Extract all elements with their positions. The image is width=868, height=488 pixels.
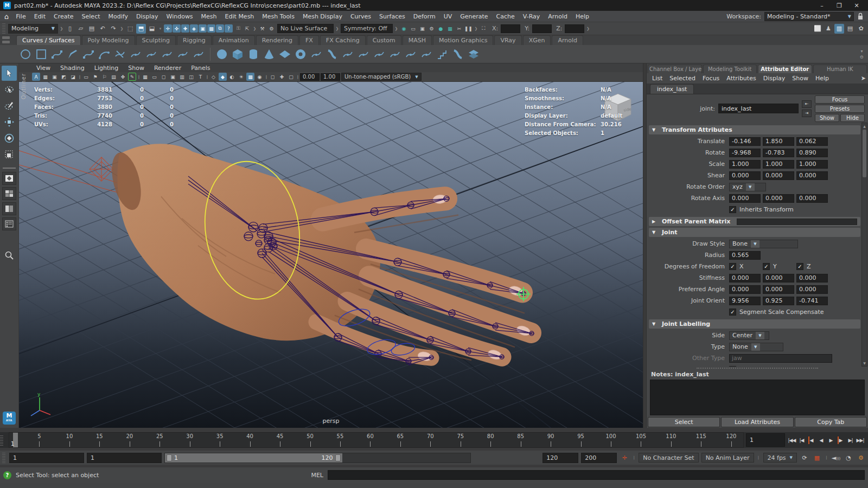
shelf-tab-xgen[interactable]: XGen <box>523 35 551 45</box>
menu-mesh-tools[interactable]: Mesh Tools <box>258 12 298 21</box>
shelf-tab-rendering[interactable]: Rendering <box>256 35 298 45</box>
select-hierarchy-icon[interactable]: ⬚ <box>125 24 135 34</box>
ae-menu-attributes[interactable]: Attributes <box>723 74 759 82</box>
range-slider-thumb[interactable]: 1 120 <box>165 453 342 463</box>
attr-input[interactable]: 0.890 <box>796 149 828 157</box>
notes-textarea[interactable] <box>650 380 865 415</box>
select-object-icon[interactable]: ⬒ <box>136 24 146 34</box>
redo-icon[interactable]: ↷ <box>108 24 118 34</box>
grid-icon[interactable]: ▦ <box>141 73 149 81</box>
nurbs-circle-icon[interactable] <box>18 47 33 61</box>
audio-icon[interactable]: ◄))) <box>831 454 841 461</box>
next-key-button[interactable]: ▶ <box>836 434 845 446</box>
checkbox[interactable]: ✓ <box>729 206 736 213</box>
sphere-icon[interactable] <box>215 47 229 61</box>
snap-release-icon[interactable]: ? <box>225 24 233 33</box>
view-transform-select[interactable]: Un-tone-mapped (sRGB)▼ <box>341 73 422 81</box>
add-points-icon[interactable] <box>160 47 174 61</box>
shelf-tab-mash[interactable]: MASH <box>403 35 432 45</box>
attr-input[interactable]: 1.000 <box>729 160 761 169</box>
prev-key-button[interactable]: ◀ <box>807 434 816 446</box>
camera-attrs-icon[interactable]: ▭ <box>82 73 90 81</box>
character-set-select[interactable]: No Character Set <box>639 453 698 463</box>
humanik-toggle-icon[interactable]: ♟ <box>824 24 833 34</box>
ae-menu-focus[interactable]: Focus <box>699 74 723 82</box>
snap-point-icon[interactable]: ✚ <box>181 24 189 33</box>
menu-v-ray[interactable]: V-Ray <box>519 12 544 21</box>
snap-brush-icon[interactable]: ✎ <box>128 73 136 81</box>
ae-menu-show[interactable]: Show <box>789 74 812 82</box>
gamma-field[interactable]: 1.00 <box>321 73 340 81</box>
shelf-tab-animation[interactable]: Animation <box>213 35 255 45</box>
menu-surfaces[interactable]: Surfaces <box>375 12 409 21</box>
attr-input[interactable]: 0.925 <box>763 297 794 305</box>
revolve-icon[interactable] <box>309 47 323 61</box>
bookmark-icon[interactable]: ⚑ <box>91 73 99 81</box>
outliner-vertical-label[interactable]: Outliner <box>21 73 27 99</box>
home-icon[interactable]: ⌂ <box>4 12 9 21</box>
snap-curve-icon[interactable]: ✜ <box>173 24 181 33</box>
shaded-icon[interactable]: ◆ <box>219 73 227 81</box>
tab-modeling-toolkit[interactable]: Modeling Toolkit <box>703 65 757 73</box>
renderer-a-icon[interactable]: A <box>32 73 40 81</box>
attr-dropdown[interactable]: None▼ <box>729 343 783 351</box>
birail-icon[interactable] <box>372 47 386 61</box>
node-tab[interactable]: index_last <box>650 84 694 94</box>
menu-curves[interactable]: Curves <box>347 12 375 21</box>
bookmark2-icon[interactable]: ⚐ <box>100 73 108 81</box>
viewport-menu-show[interactable]: Show <box>124 64 149 72</box>
attr-input[interactable]: 1.000 <box>796 160 828 169</box>
range-start-handle[interactable] <box>167 454 172 461</box>
mel-command-input[interactable] <box>328 470 865 480</box>
menu-file[interactable]: File <box>12 12 29 21</box>
panel-splitter[interactable] <box>643 63 647 428</box>
shelf-tab-sculpting[interactable]: Sculpting <box>136 35 176 45</box>
open-scene-icon[interactable]: ▱ <box>76 24 86 34</box>
single-perspective-toggle-icon[interactable]: ⬜ <box>813 24 822 34</box>
shelf-tab-fx[interactable]: FX <box>299 35 319 45</box>
attr-dropdown[interactable]: Center▼ <box>729 331 769 340</box>
tab-attribute-editor[interactable]: Attribute Editor <box>758 65 812 73</box>
bevel-plus-icon[interactable] <box>419 47 433 61</box>
time-slider-grip[interactable] <box>0 434 3 445</box>
channel-box-toggle-icon[interactable]: ▥ <box>834 24 844 34</box>
cv-curve-icon[interactable] <box>50 47 64 61</box>
attr-input[interactable]: -0.741 <box>796 297 828 305</box>
nurbs-square-icon[interactable] <box>34 47 48 61</box>
snap-grid-icon[interactable]: ✛ <box>164 24 172 33</box>
ipr-render-icon[interactable]: ▣ <box>418 24 426 33</box>
rotate-tool[interactable] <box>2 131 17 146</box>
curve-fillet-icon[interactable] <box>129 47 143 61</box>
ep-curve-icon[interactable] <box>81 47 95 61</box>
section-joint[interactable]: ▼Joint <box>649 228 860 237</box>
menu-select[interactable]: Select <box>78 12 104 21</box>
presets-button[interactable]: Presets <box>815 105 865 113</box>
attr-input[interactable]: 0.565 <box>729 251 761 260</box>
texture-view-icon[interactable]: ▦ <box>41 73 49 81</box>
attr-input[interactable]: 0.000 <box>796 194 828 203</box>
attr-dropdown[interactable]: Bone▼ <box>729 240 798 248</box>
anim-layer-select[interactable]: No Anim Layer <box>701 453 754 463</box>
shelf-tab-arnold[interactable]: Arnold <box>552 35 583 45</box>
ae-menu-selected[interactable]: Selected <box>666 74 699 82</box>
playback-end-field[interactable]: 120 <box>542 453 578 463</box>
status-line-grip[interactable] <box>2 23 5 33</box>
lasso-tool[interactable] <box>2 82 17 97</box>
node-name-field[interactable]: index_last <box>718 104 799 113</box>
viewport-menu-shading[interactable]: Shading <box>56 64 89 72</box>
wireframe-icon[interactable]: ◇ <box>209 73 218 81</box>
layers-icon[interactable] <box>467 47 481 61</box>
section-transform-attributes[interactable]: ▼Transform Attributes <box>649 125 860 134</box>
matrix-field[interactable] <box>737 219 857 225</box>
bevel-icon[interactable] <box>404 47 418 61</box>
attr-input[interactable]: jaw <box>729 354 832 363</box>
extend-curve-icon[interactable] <box>176 47 190 61</box>
checkbox[interactable]: ✓ <box>763 263 770 270</box>
attr-input[interactable]: 0.000 <box>729 274 761 282</box>
attribute-scrollbar[interactable]: ▲▼ <box>861 123 867 367</box>
attr-input[interactable]: -9.968 <box>729 149 761 157</box>
viewport-menu-panels[interactable]: Panels <box>187 64 214 72</box>
sculpt-icon[interactable] <box>451 47 465 61</box>
shelf-tab-fx-caching[interactable]: FX Caching <box>320 35 366 45</box>
shelf-tab-rigging[interactable]: Rigging <box>177 35 212 45</box>
